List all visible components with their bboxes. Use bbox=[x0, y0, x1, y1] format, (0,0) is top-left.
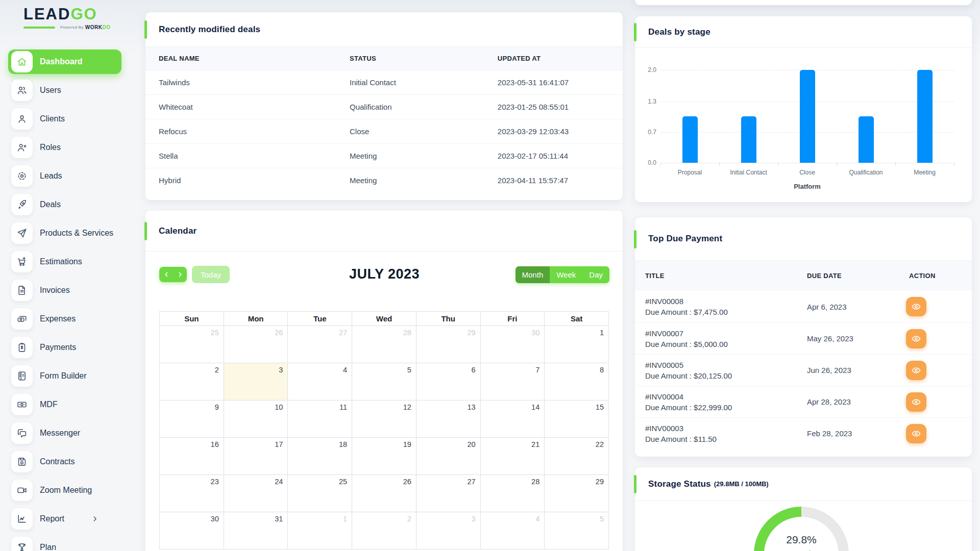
sidebar-item-expenses[interactable]: Expenses bbox=[8, 307, 121, 331]
calendar-day-cell[interactable]: 4 bbox=[288, 363, 352, 400]
sidebar-item-form-builder[interactable]: Form Builder bbox=[8, 364, 121, 388]
calendar-day-cell[interactable]: 3 bbox=[416, 512, 480, 549]
calendar-day-cell[interactable]: 28 bbox=[480, 475, 545, 512]
sidebar-item-deals[interactable]: Deals bbox=[8, 192, 121, 217]
chart-x-tick-label: Qualification bbox=[837, 169, 895, 176]
sidebar-item-roles[interactable]: Roles bbox=[8, 135, 121, 160]
calendar-view-week-button[interactable]: Week bbox=[550, 266, 582, 283]
calendar-day-cell[interactable]: 6 bbox=[416, 363, 480, 400]
calendar-day-cell[interactable]: 23 bbox=[160, 475, 224, 512]
calendar-day-cell[interactable]: 18 bbox=[288, 438, 352, 475]
calendar-day-cell[interactable]: 27 bbox=[288, 326, 352, 363]
calendar-day-cell[interactable]: 11 bbox=[288, 400, 352, 438]
calendar-card-title: Calendar bbox=[159, 226, 197, 236]
view-invoice-button[interactable] bbox=[906, 424, 926, 443]
calendar-day-cell[interactable]: 14 bbox=[480, 400, 545, 438]
calendar-day-cell[interactable]: 9 bbox=[160, 400, 224, 438]
calendar-day-cell[interactable]: 4 bbox=[480, 512, 545, 549]
deal-row: RefocusClose2023-03-29 12:03:43 bbox=[145, 119, 623, 144]
calendar-day-cell[interactable]: 7 bbox=[480, 363, 545, 400]
calendar-day-cell[interactable]: 30 bbox=[160, 512, 224, 549]
storage-usage-subtitle: (29.8MB / 100MB) bbox=[714, 480, 769, 488]
recent-deals-table: DEAL NAMESTATUSUPDATED AT TailwindsIniti… bbox=[145, 47, 623, 192]
sidebar-item-dashboard[interactable]: Dashboard bbox=[8, 49, 121, 74]
sidebar-item-mdf[interactable]: MDF bbox=[8, 392, 121, 417]
sidebar-item-label: MDF bbox=[40, 400, 58, 409]
calendar-day-cell[interactable]: 12 bbox=[352, 400, 416, 438]
deals-column-deal-name: DEAL NAME bbox=[145, 47, 336, 70]
eye-icon bbox=[911, 365, 921, 375]
deal-name: Tailwinds bbox=[145, 70, 336, 95]
calendar-day-cell[interactable]: 30 bbox=[480, 326, 545, 363]
calendar-day-cell[interactable]: 31 bbox=[224, 512, 288, 549]
sidebar-item-messenger[interactable]: Messenger bbox=[8, 421, 121, 445]
chart-x-axis-tick bbox=[954, 163, 954, 166]
expense-icon bbox=[11, 308, 33, 330]
deal-status: Meeting bbox=[336, 144, 484, 168]
calendar-day-cell[interactable]: 10 bbox=[224, 400, 288, 438]
calendar-day-cell[interactable]: 13 bbox=[416, 400, 480, 438]
sidebar-item-contracts[interactable]: Contracts bbox=[8, 449, 121, 474]
chart-x-tick-label: Close bbox=[778, 169, 837, 176]
sidebar-item-invoices[interactable]: Invoices bbox=[8, 278, 121, 303]
sidebar-item-users[interactable]: Users bbox=[8, 78, 121, 103]
calendar-day-cell[interactable]: 25 bbox=[288, 475, 352, 512]
calendar-view-switcher: MonthWeekDay bbox=[516, 266, 609, 283]
calendar-day-cell[interactable]: 21 bbox=[480, 438, 545, 475]
invoice-due-date: Jun 26, 2023 bbox=[807, 366, 909, 374]
calendar-day-cell[interactable]: 1 bbox=[288, 512, 352, 549]
calendar-day-cell[interactable]: 17 bbox=[224, 438, 288, 475]
calendar-day-cell[interactable]: 19 bbox=[352, 438, 416, 475]
calendar-day-cell[interactable]: 2 bbox=[160, 363, 224, 400]
sidebar-item-report[interactable]: Report bbox=[8, 507, 121, 531]
view-invoice-button[interactable] bbox=[906, 329, 926, 348]
calendar-view-day-button[interactable]: Day bbox=[582, 266, 609, 283]
calendar-day-cell[interactable]: 29 bbox=[416, 326, 480, 363]
calendar-day-cell[interactable]: 26 bbox=[224, 326, 288, 363]
sidebar-item-leads[interactable]: Leads bbox=[8, 164, 121, 188]
calendar-day-cell[interactable]: 24 bbox=[224, 475, 288, 512]
calendar-day-cell[interactable]: 1 bbox=[545, 326, 609, 363]
calendar-day-cell[interactable]: 26 bbox=[352, 475, 416, 512]
zoom-meeting-icon bbox=[11, 480, 33, 501]
sidebar-item-label: Messenger bbox=[40, 429, 80, 438]
calendar-day-cell[interactable]: 2 bbox=[352, 512, 416, 549]
calendar-day-cell[interactable]: 29 bbox=[545, 475, 609, 512]
view-invoice-button[interactable] bbox=[906, 361, 926, 380]
calendar-day-cell[interactable]: 16 bbox=[160, 438, 224, 475]
storage-card-title: Storage Status bbox=[648, 479, 711, 489]
calendar-day-cell[interactable]: 15 bbox=[545, 400, 609, 438]
calendar-week-row: 2345678 bbox=[160, 363, 609, 400]
sidebar-item-plan[interactable]: Plan bbox=[8, 535, 121, 551]
sidebar-item-estimations[interactable]: Estimations bbox=[8, 249, 121, 274]
chart-y-tick-label: 0.7 bbox=[635, 129, 656, 136]
calendar-day-cell[interactable]: 27 bbox=[416, 475, 480, 512]
sidebar-item-zoom-meeting[interactable]: Zoom Meeting bbox=[8, 478, 121, 503]
calendar-day-cell[interactable]: 25 bbox=[160, 326, 224, 363]
sidebar-item-label: Roles bbox=[40, 143, 61, 152]
calendar-day-cell[interactable]: 22 bbox=[545, 438, 609, 475]
calendar-day-cell[interactable]: 28 bbox=[352, 326, 416, 363]
chart-x-axis-tick bbox=[660, 163, 661, 166]
calendar-day-cell-today[interactable]: 3 bbox=[224, 363, 288, 400]
invoice-due-date: Apr 28, 2023 bbox=[807, 397, 909, 406]
calendar-day-cell[interactable]: 20 bbox=[416, 438, 480, 475]
invoice-icon bbox=[11, 280, 33, 301]
invoice-due-date: May 26, 2023 bbox=[807, 334, 909, 343]
calendar-view-month-button[interactable]: Month bbox=[516, 266, 550, 283]
calendar-day-header-thu: Thu bbox=[416, 312, 480, 326]
logo-wordmark: LEADGO bbox=[23, 6, 110, 22]
storage-donut-chart: 29.8% Used bbox=[754, 507, 849, 551]
calendar-day-cell[interactable]: 5 bbox=[352, 363, 416, 400]
sidebar-item-payments[interactable]: Payments bbox=[8, 335, 121, 360]
deals-column-updated-at: UPDATED AT bbox=[484, 47, 623, 70]
payments-column-action: ACTION bbox=[909, 272, 972, 280]
view-invoice-button[interactable] bbox=[906, 392, 926, 412]
bar-proposal bbox=[682, 116, 698, 163]
calendar-day-cell[interactable]: 5 bbox=[545, 512, 609, 549]
sidebar-item-clients[interactable]: Clients bbox=[8, 107, 121, 131]
view-invoice-button[interactable] bbox=[906, 297, 926, 316]
sidebar-item-products-and-services[interactable]: Products & Services bbox=[8, 221, 121, 245]
home-icon bbox=[11, 51, 33, 72]
calendar-day-cell[interactable]: 8 bbox=[545, 363, 609, 400]
